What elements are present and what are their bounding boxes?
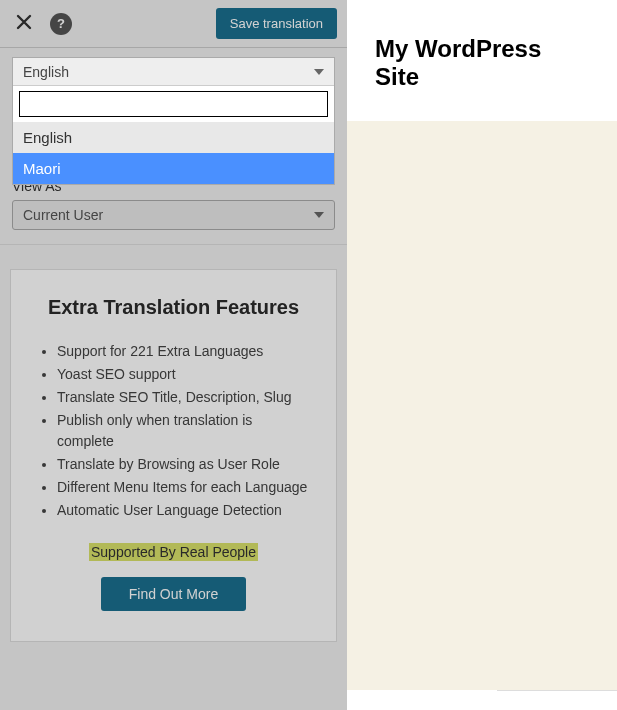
language-search-input[interactable]: [19, 91, 328, 117]
language-selected-value: English: [23, 64, 69, 80]
chevron-down-icon: [314, 212, 324, 218]
features-title: Extra Translation Features: [35, 296, 312, 319]
preview-footer: [497, 690, 617, 710]
feature-item: Translate by Browsing as User Role: [57, 454, 312, 475]
save-translation-button[interactable]: Save translation: [216, 8, 337, 39]
language-search-wrap: [13, 86, 334, 122]
close-icon: [16, 14, 32, 34]
language-option-english[interactable]: English: [13, 122, 334, 153]
view-as-selected-value: Current User: [23, 207, 103, 223]
feature-item: Publish only when translation is complet…: [57, 410, 312, 452]
supported-by: Supported By Real People: [35, 543, 312, 561]
features-card: Extra Translation Features Support for 2…: [10, 269, 337, 642]
supported-by-text: Supported By Real People: [89, 543, 258, 561]
language-dropdown-selected[interactable]: English: [13, 58, 334, 86]
site-title: My WordPress Site: [347, 0, 617, 116]
help-button[interactable]: ?: [50, 13, 72, 35]
language-options: English Maori: [13, 122, 334, 184]
settings-panel: ? Save translation View As Current User …: [0, 0, 347, 710]
language-option-maori[interactable]: Maori: [13, 153, 334, 184]
top-bar-left: ?: [10, 10, 72, 38]
help-icon: ?: [57, 16, 65, 31]
chevron-down-icon: [314, 69, 324, 75]
top-bar: ? Save translation: [0, 0, 347, 47]
close-button[interactable]: [10, 10, 38, 38]
find-out-more-button[interactable]: Find Out More: [101, 577, 246, 611]
features-list: Support for 221 Extra Languages Yoast SE…: [35, 341, 312, 521]
feature-item: Yoast SEO support: [57, 364, 312, 385]
feature-item: Different Menu Items for each Language: [57, 477, 312, 498]
feature-item: Automatic User Language Detection: [57, 500, 312, 521]
view-as-select[interactable]: Current User: [12, 200, 335, 230]
preview-content: [347, 121, 617, 690]
preview-panel: My WordPress Site: [347, 0, 617, 710]
feature-item: Translate SEO Title, Description, Slug: [57, 387, 312, 408]
language-dropdown: English English Maori: [12, 57, 335, 185]
feature-item: Support for 221 Extra Languages: [57, 341, 312, 362]
